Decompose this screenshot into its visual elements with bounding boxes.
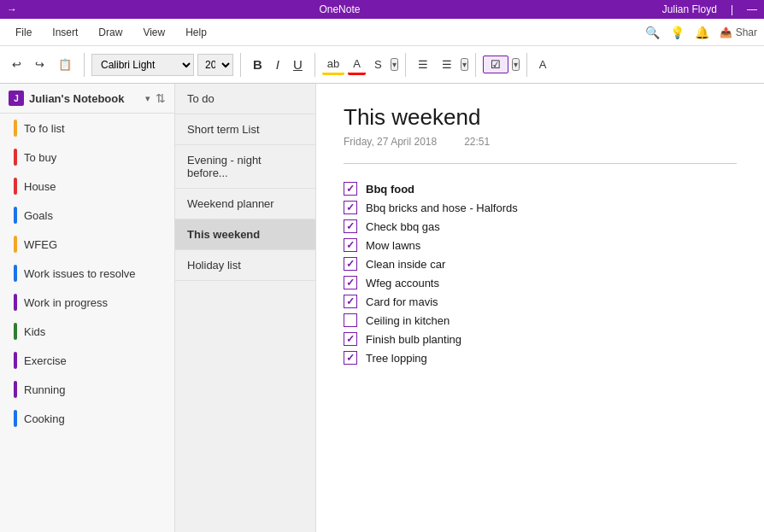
menu-draw[interactable]: Draw: [90, 23, 131, 42]
checkbox-dropdown[interactable]: ▾: [512, 58, 520, 71]
notification-icon[interactable]: 🔔: [695, 26, 709, 39]
tb-sep-4: [405, 53, 406, 77]
sidebar-label-house: House: [24, 180, 56, 193]
checkbox-2[interactable]: [344, 219, 357, 233]
sidebar-mid: To do Short term List Evening - night be…: [175, 84, 316, 532]
checkbox-1[interactable]: [344, 201, 357, 214]
section-todo[interactable]: To do: [175, 84, 315, 114]
checkbox-8[interactable]: [344, 332, 357, 346]
page-meta: Friday, 27 April 2018 22:51: [344, 136, 737, 148]
title-separator: |: [731, 3, 733, 15]
style-btn[interactable]: A: [534, 56, 552, 73]
sidebar-item-tofolist[interactable]: To fo list: [0, 114, 174, 143]
color-bar-running: [14, 381, 17, 398]
item-label-4: Clean inside car: [366, 258, 445, 271]
sidebar-item-wfeg[interactable]: WFEG: [0, 230, 174, 259]
format-dropdown[interactable]: ▾: [391, 58, 398, 71]
strikethrough-btn[interactable]: S: [369, 56, 387, 73]
section-shortterm[interactable]: Short term List: [175, 114, 315, 145]
underline-btn[interactable]: U: [288, 56, 308, 73]
page-title: This weekend: [344, 104, 737, 131]
sidebar-item-exercise[interactable]: Exercise: [0, 346, 174, 375]
sidebar-label-running: Running: [24, 383, 65, 396]
section-evening[interactable]: Evening - night before...: [175, 145, 315, 189]
sidebar-item-workissues[interactable]: Work issues to resolve: [0, 259, 174, 288]
bold-btn[interactable]: B: [248, 56, 267, 73]
title-bar: → OneNote Julian Floyd | —: [0, 0, 764, 19]
sidebar-item-tobuy[interactable]: To buy: [0, 143, 174, 172]
sidebar-label-workissues: Work issues to resolve: [24, 267, 136, 280]
checkbox-5[interactable]: [344, 276, 357, 289]
sort-icon[interactable]: ⇅: [156, 91, 166, 105]
idea-icon[interactable]: 💡: [670, 26, 685, 39]
checkbox-btn[interactable]: ☑: [483, 56, 508, 73]
tb-sep-6: [526, 53, 527, 77]
font-selector[interactable]: Calibri Light: [91, 54, 194, 76]
item-label-3: Mow lawns: [366, 239, 420, 252]
checklist-item-7: Ceiling in kitchen: [344, 311, 737, 330]
checklist-item-3: Mow lawns: [344, 236, 737, 254]
checklist-item-0: Bbq food: [344, 179, 737, 198]
bullets-btn[interactable]: ☰: [413, 56, 433, 73]
color-bar-house: [14, 178, 17, 195]
sidebar-item-cooking[interactable]: Cooking: [0, 404, 174, 433]
app-body: J Julian's Notebook ▾ ⇅ To fo list To bu…: [0, 84, 764, 532]
checkbox-0[interactable]: [344, 182, 357, 196]
minimize-btn[interactable]: —: [747, 3, 757, 15]
numbering-btn[interactable]: ☰: [437, 56, 457, 73]
checkbox-7[interactable]: [344, 313, 357, 327]
sidebar-item-goals[interactable]: Goals: [0, 201, 174, 230]
checkbox-icon: ☑: [491, 58, 501, 71]
menu-view[interactable]: View: [134, 23, 173, 42]
checklist-item-4: Clean inside car: [344, 254, 737, 273]
notebook-name: Julian's Notebook: [29, 92, 140, 105]
sidebar-label-tofolist: To fo list: [24, 122, 65, 135]
section-this-weekend[interactable]: This weekend: [175, 219, 315, 250]
checkbox-9[interactable]: [344, 351, 357, 365]
item-label-0: Bbq food: [366, 183, 414, 196]
title-bar-left: →: [7, 3, 17, 15]
list-dropdown[interactable]: ▾: [461, 58, 468, 71]
item-label-8: Finish bulb planting: [366, 333, 461, 346]
item-label-6: Card for mavis: [366, 295, 438, 308]
redo-btn[interactable]: ↪: [30, 56, 50, 73]
notebook-icon: J: [9, 91, 24, 106]
color-bar-workinprogress: [14, 294, 17, 311]
menu-file[interactable]: File: [7, 23, 40, 42]
font-color-btn[interactable]: A: [348, 55, 366, 75]
menu-help[interactable]: Help: [177, 23, 215, 42]
sidebar-item-running[interactable]: Running: [0, 375, 174, 404]
section-weekend-planner[interactable]: Weekend planner: [175, 189, 315, 219]
user-name: Julian Floyd: [662, 3, 717, 15]
toolbar: ↩ ↪ 📋 Calibri Light 20 B I U ab A S ▾ ☰ …: [0, 46, 764, 84]
italic-btn[interactable]: I: [271, 56, 285, 73]
menu-insert[interactable]: Insert: [44, 23, 86, 42]
page-time: 22:51: [464, 136, 490, 148]
checklist-item-8: Finish bulb planting: [344, 330, 737, 348]
item-label-1: Bbq bricks and hose - Halfords: [366, 202, 518, 214]
checklist-item-2: Check bbq gas: [344, 217, 737, 236]
checkbox-3[interactable]: [344, 238, 357, 252]
section-holiday[interactable]: Holiday list: [175, 250, 315, 281]
font-size-selector[interactable]: 20: [197, 54, 233, 76]
search-icon[interactable]: 🔍: [645, 26, 660, 39]
tb-sep-3: [314, 53, 315, 77]
sidebar-item-workinprogress[interactable]: Work in progress: [0, 288, 174, 317]
notebook-header[interactable]: J Julian's Notebook ▾ ⇅: [0, 84, 174, 114]
title-bar-center: OneNote: [319, 3, 360, 15]
sidebar-label-workinprogress: Work in progress: [24, 296, 108, 309]
main-content: This weekend Friday, 27 April 2018 22:51…: [316, 84, 764, 532]
color-bar-goals: [14, 207, 17, 224]
checkbox-4[interactable]: [344, 257, 357, 271]
color-bar-tofolist: [14, 120, 17, 137]
sidebar-left: J Julian's Notebook ▾ ⇅ To fo list To bu…: [0, 84, 175, 532]
sidebar-label-goals: Goals: [24, 209, 53, 222]
undo-btn[interactable]: ↩: [7, 56, 26, 73]
highlight-btn[interactable]: ab: [322, 55, 344, 75]
color-bar-wfeg: [14, 236, 17, 253]
clipboard-btn[interactable]: 📋: [53, 56, 77, 73]
share-btn[interactable]: 📤 Shar: [720, 26, 757, 38]
sidebar-item-house[interactable]: House: [0, 172, 174, 201]
checkbox-6[interactable]: [344, 295, 357, 308]
sidebar-item-kids[interactable]: Kids: [0, 317, 174, 346]
